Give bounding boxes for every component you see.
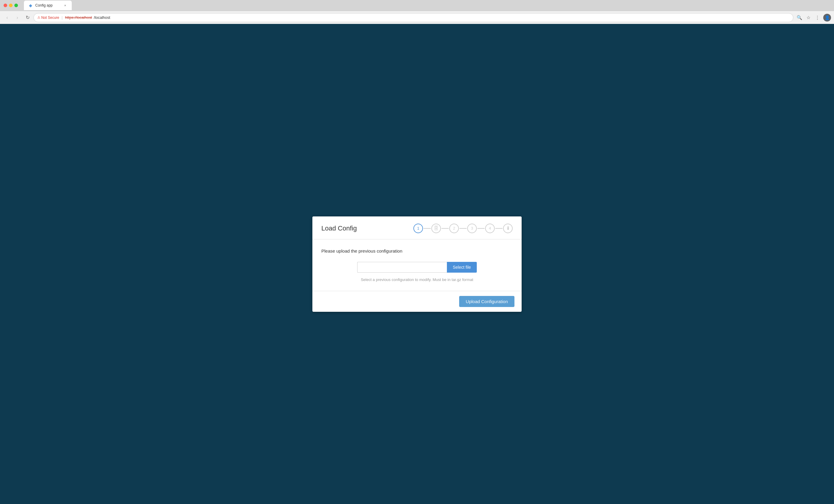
address-bar[interactable]: ⚠ Not Secure | https://localhost /localh…	[34, 13, 793, 22]
step-1: 1	[413, 224, 423, 233]
main-card: Load Config 1 🗄 2	[312, 216, 522, 312]
back-icon: ‹	[6, 15, 8, 20]
step-download: ⬇	[503, 224, 513, 233]
step-4-label: 4	[489, 226, 491, 231]
step-2-circle: 2	[449, 224, 459, 233]
bookmark-button[interactable]: ☆	[804, 14, 812, 22]
stepper: 1 🗄 2 3	[413, 224, 513, 233]
refresh-icon: ↻	[26, 15, 29, 20]
select-file-button[interactable]: Select file	[447, 262, 477, 272]
back-button[interactable]: ‹	[3, 14, 12, 22]
step-4: 4	[485, 224, 495, 233]
file-hint: Select a previous configuration to modif…	[321, 278, 513, 282]
card-body: Please upload the previous configuration…	[312, 239, 522, 291]
step-3-label: 3	[471, 226, 473, 231]
card-header: Load Config 1 🗄 2	[312, 216, 522, 239]
db-icon: 🗄	[434, 226, 439, 231]
step-3: 3	[467, 224, 477, 233]
window-minimize-button[interactable]	[9, 4, 13, 7]
browser-frame: ◈ Config app × ‹ › ↻ ⚠ Not Secure | http…	[0, 0, 834, 24]
refresh-button[interactable]: ↻	[23, 14, 32, 22]
step-db-circle: 🗄	[431, 224, 441, 233]
warning-icon: ⚠	[37, 16, 40, 19]
window-controls	[4, 4, 18, 7]
not-secure-indicator: ⚠ Not Secure	[37, 16, 59, 20]
profile-icon: 👤	[825, 15, 830, 20]
tab-close-button[interactable]: ×	[63, 3, 68, 8]
not-secure-label: Not Secure	[41, 16, 59, 20]
zoom-icon: 🔍	[797, 15, 802, 20]
browser-tab[interactable]: ◈ Config app ×	[24, 1, 72, 10]
page-content: Load Config 1 🗄 2	[0, 24, 834, 504]
step-connector-1	[423, 228, 431, 229]
step-connector-5	[495, 228, 503, 229]
forward-button[interactable]: ›	[13, 14, 22, 22]
profile-button[interactable]: 👤	[823, 14, 831, 22]
step-1-circle: 1	[413, 224, 423, 233]
browser-titlebar: ◈ Config app ×	[0, 0, 834, 11]
toolbar-actions: 🔍 ☆ ⋮	[795, 14, 821, 22]
address-divider: |	[62, 15, 63, 20]
zoom-button[interactable]: 🔍	[795, 14, 804, 22]
page-title: Load Config	[321, 224, 357, 232]
step-2-label: 2	[453, 226, 455, 231]
step-connector-4	[477, 228, 485, 229]
menu-button[interactable]: ⋮	[813, 14, 821, 22]
tab-bar: ◈ Config app ×	[22, 1, 74, 10]
step-4-circle: 4	[485, 224, 495, 233]
step-3-circle: 3	[467, 224, 477, 233]
address-url-strikethrough: https://localhost	[65, 15, 92, 20]
browser-toolbar: ‹ › ↻ ⚠ Not Secure | https://localhost /…	[0, 11, 834, 24]
card-footer: Upload Configuration	[312, 291, 522, 312]
tab-title: Config app	[35, 3, 52, 7]
download-icon: ⬇	[506, 225, 510, 231]
upload-instruction: Please upload the previous configuration	[321, 248, 513, 254]
file-input-wrapper: Select file	[321, 262, 513, 272]
forward-icon: ›	[17, 15, 18, 20]
star-icon: ☆	[807, 15, 810, 20]
window-close-button[interactable]	[4, 4, 7, 7]
upload-configuration-button[interactable]: Upload Configuration	[459, 296, 514, 307]
step-connector-3	[459, 228, 467, 229]
menu-icon: ⋮	[815, 15, 820, 20]
address-url-plain: /localhost	[94, 15, 110, 20]
tab-favicon-icon: ◈	[28, 3, 33, 8]
step-download-circle: ⬇	[503, 224, 513, 233]
file-input-field[interactable]	[357, 262, 447, 272]
step-2: 2	[449, 224, 459, 233]
step-db: 🗄	[431, 224, 441, 233]
window-maximize-button[interactable]	[14, 4, 18, 7]
step-1-label: 1	[417, 226, 419, 231]
step-connector-2	[441, 228, 449, 229]
